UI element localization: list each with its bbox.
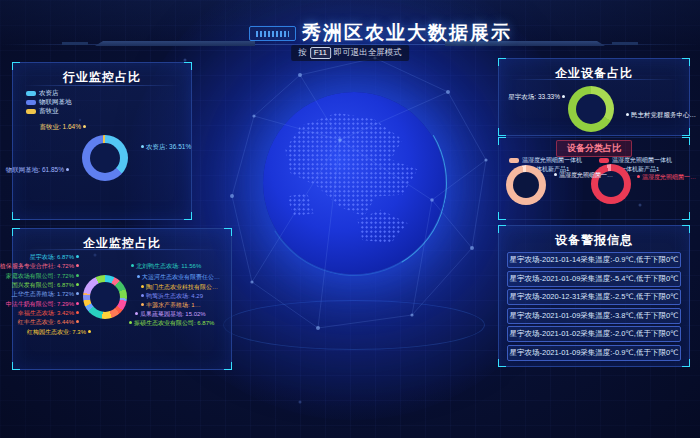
pie-label: 红梅园生态农业: 7.3% xyxy=(27,329,91,336)
panel-title: 行业监控占比 xyxy=(13,69,191,86)
globe-floor-ring xyxy=(223,300,485,350)
panel-enterprise-monitor: 企业监控占比 星宇农场: 6.87% 植保服务专业合作社: 4.72% 家庭农场… xyxy=(12,228,232,370)
header-dash-right xyxy=(612,42,638,45)
device-donut-chart[interactable] xyxy=(568,86,614,132)
device-class-right-donut[interactable] xyxy=(591,164,631,204)
legend-label: 畜牧业 xyxy=(39,107,59,116)
legend-item[interactable]: 温湿度光照细菌一体机 xyxy=(509,156,582,165)
brand-logo-icon xyxy=(249,26,296,41)
alert-row: 星宇农场-2021-01-09采集温度:-0.9℃,低于下限0℃ xyxy=(507,345,681,361)
legend-label: 农资店 xyxy=(39,89,59,98)
alert-row: 星宇农场-2020-12-31采集温度:-2.5℃,低于下限0℃ xyxy=(507,289,681,305)
header-dash-left xyxy=(62,42,88,45)
alert-row: 星宇农场-2021-01-14采集温度:-0.9℃,低于下限0℃ xyxy=(507,252,681,268)
pie-label: 振硕生态农业有限公司: 6.87% xyxy=(129,320,214,327)
pie-label: 畜牧业: 1.64% xyxy=(39,123,86,130)
pie-label: 北刘鸭生态农场: 11.56% xyxy=(131,263,201,270)
page-title: 秀洲区农业大数据展示 xyxy=(302,20,512,46)
panel-enterprise-device: 企业设备占比 星宇农场: 33.33% 民主村党群服务中心… xyxy=(498,58,690,136)
header-deco-left xyxy=(95,41,255,46)
pie-label: 家庭农场有限公司: 7.72% xyxy=(6,273,79,280)
industry-donut-chart[interactable] xyxy=(82,135,128,181)
legend-swatch xyxy=(26,109,36,114)
globe-continent-dots xyxy=(270,99,437,266)
pie-label: 幸福生态农场: 3.42% xyxy=(18,310,79,317)
pie-label: 国兴发有限公司: 6.87% xyxy=(12,282,79,289)
pie-label: 植保服务专业合作社: 4.72% xyxy=(0,263,79,270)
legend-label: 温湿度光照细菌一体机 xyxy=(522,156,582,165)
f11-keycap: F11 xyxy=(310,47,331,59)
legend-item[interactable]: 物联网基地 xyxy=(26,98,72,107)
panel-title: 设备分类占比 xyxy=(556,140,632,157)
globe xyxy=(263,92,445,274)
device-class-left-donut[interactable] xyxy=(506,165,546,205)
pie-callout: 温湿度光照细菌一… xyxy=(554,172,613,179)
panel-separator xyxy=(509,79,679,80)
panel-separator xyxy=(23,249,221,250)
pie-label: 星宇农场: 6.87% xyxy=(30,254,79,261)
pie-label: 鸭莺浜生态农场: 4.29 xyxy=(141,293,203,300)
legend-swatch xyxy=(509,158,519,163)
hint-prefix: 按 xyxy=(298,47,307,59)
pie-label: 上华生态养殖场: 1.72% xyxy=(12,291,79,298)
pie-label: 物联网基地: 61.85% xyxy=(6,166,69,173)
panel-title: 设备警报信息 xyxy=(499,232,689,249)
fullscreen-hint-toast: 按 F11 即可退出全屏模式 xyxy=(291,45,409,61)
panel-device-alerts: 设备警报信息 星宇农场-2021-01-14采集温度:-0.9℃,低于下限0℃ … xyxy=(498,225,690,367)
pie-label: 大运河生态农业有限责任公… xyxy=(137,274,220,281)
enterprise-donut-chart[interactable] xyxy=(83,275,127,319)
pie-label: 瓜果蔬菜园基地: 15.02% xyxy=(135,311,206,318)
panel-industry-monitor: 行业监控占比 农资店 物联网基地 畜牧业 畜牧业: 1.64% 农资店: 36.… xyxy=(12,62,192,220)
globe-continent-dots xyxy=(270,99,437,266)
legend-swatch xyxy=(26,91,36,96)
pie-label: 中法牛奶有限公司: 7.29% xyxy=(6,301,79,308)
hint-suffix: 即可退出全屏模式 xyxy=(334,47,402,59)
legend-label: 物联网基地 xyxy=(39,98,72,107)
pie-label: 陶门生态农业科技有限公… xyxy=(141,284,218,291)
pie-callout: 温湿度光照细菌一… xyxy=(637,174,696,181)
legend-item[interactable]: 农资店 xyxy=(26,89,59,98)
globe-continent-dots xyxy=(270,99,437,266)
legend-swatch xyxy=(26,100,36,105)
pie-label: 红丰生态农业: 6.44% xyxy=(18,319,79,326)
panel-separator xyxy=(23,85,181,86)
panel-device-classification: 设备分类占比 温湿度光照细菌一体机 一体机新产品1 温湿度光照细菌一体机 一体机… xyxy=(498,137,690,220)
pie-label: 民主村党群服务中心… xyxy=(626,111,696,118)
legend-item[interactable]: 畜牧业 xyxy=(26,107,59,116)
legend-label: 温湿度光照细菌一体机 xyxy=(612,156,672,165)
pie-label: 丰源水产养殖场: 1… xyxy=(141,302,201,309)
legend-swatch xyxy=(599,158,609,163)
alert-row: 星宇农场-2021-01-09采集温度:-3.8℃,低于下限0℃ xyxy=(507,308,681,324)
alert-row: 星宇农场-2021-01-02采集温度:-2.0℃,低于下限0℃ xyxy=(507,326,681,342)
pie-label: 星宇农场: 33.33% xyxy=(508,93,565,100)
pie-label: 农资店: 36.51% xyxy=(141,143,191,150)
alert-row: 星宇农场-2021-01-09采集温度:-5.4℃,低于下限0℃ xyxy=(507,271,681,287)
